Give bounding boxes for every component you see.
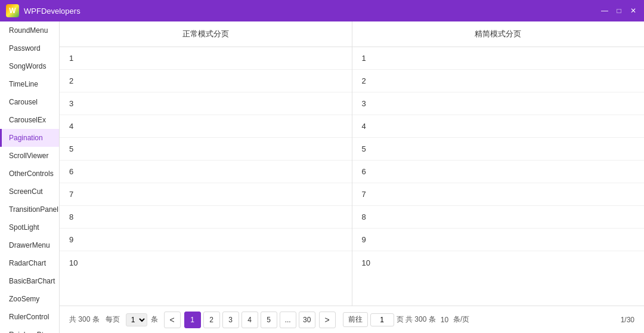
app-icon: W — [6, 4, 19, 17]
window-controls: — □ ✕ — [600, 6, 638, 16]
per-page-select[interactable]: 10 20 50 — [126, 313, 147, 326]
page-button-2[interactable]: 2 — [203, 312, 220, 328]
page-button-5[interactable]: 5 — [261, 312, 277, 328]
table-row: 6 — [60, 161, 352, 183]
sidebar-item-roundmenu[interactable]: RoundMenu — [0, 21, 59, 39]
table-row: 6 — [352, 161, 645, 183]
close-button[interactable]: ✕ — [628, 6, 638, 16]
page-button-1[interactable]: 1 — [184, 312, 201, 328]
sidebar-item-spotlight[interactable]: SpotLight — [0, 218, 59, 236]
table-row: 7 — [352, 183, 645, 206]
left-panel-body: 12345678910 — [60, 47, 352, 306]
table-row: 4 — [352, 115, 645, 138]
goto-section: 前往 页 共 300 条 10 条/页 — [343, 312, 472, 327]
app-title: WPFDevelopers — [24, 7, 600, 16]
per-page-unit2: 条/页 — [453, 314, 469, 325]
sidebar-item-screencut[interactable]: ScreenCut — [0, 183, 59, 201]
title-bar: W WPFDevelopers — □ ✕ — [0, 0, 644, 21]
right-panel-header: 精简模式分页 — [352, 21, 645, 47]
right-panel-body: 12345678910 — [352, 47, 645, 306]
sidebar-item-timeline[interactable]: TimeLine — [0, 75, 59, 93]
sidebar-item-othercontrols[interactable]: OtherControls — [0, 165, 59, 183]
table-row: 2 — [60, 70, 352, 92]
sidebar-item-pagination[interactable]: Pagination — [0, 129, 59, 147]
table-row: 8 — [352, 206, 645, 229]
content-area: 正常模式分页 12345678910 精简模式分页 12345678910 共 … — [60, 21, 644, 333]
goto-button[interactable]: 前往 — [343, 312, 368, 327]
table-row: 1 — [352, 47, 645, 70]
table-row: 10 — [60, 251, 352, 274]
table-row: 3 — [60, 92, 352, 115]
total-text: 共 300 条 — [69, 314, 100, 325]
table-row: 5 — [60, 138, 352, 161]
page-button-4[interactable]: 4 — [242, 312, 258, 328]
sidebar-item-drawermenu[interactable]: DrawerMenu — [0, 236, 59, 254]
minimize-button[interactable]: — — [600, 6, 609, 16]
per-page-unit: 条 — [151, 314, 158, 325]
table-row: 7 — [60, 183, 352, 206]
left-panel: 正常模式分页 12345678910 — [60, 21, 352, 306]
sidebar-item-password[interactable]: Password — [0, 39, 59, 57]
left-panel-header: 正常模式分页 — [60, 21, 352, 47]
table-row: 10 — [352, 251, 645, 274]
page-ellipsis[interactable]: ... — [280, 312, 296, 328]
per-page-label: 每页 — [106, 314, 120, 325]
total-page-text: 页 共 300 条 — [397, 314, 436, 325]
right-panel: 精简模式分页 12345678910 — [352, 21, 645, 306]
table-row: 4 — [60, 115, 352, 138]
table-row: 9 — [352, 229, 645, 251]
table-row: 8 — [60, 206, 352, 229]
pagination-bar: 共 300 条 每页 10 20 50 条 < 12345...30 > 前往 … — [60, 306, 644, 333]
table-row: 9 — [60, 229, 352, 251]
sidebar-item-carousel[interactable]: Carousel — [0, 93, 59, 111]
sidebar-item-rainbowbtn[interactable]: RainbowBtn — [0, 326, 59, 333]
sidebar-item-songwords[interactable]: SongWords — [0, 57, 59, 75]
sidebar-item-radarchart[interactable]: RadarChart — [0, 254, 59, 272]
sidebar-item-scrollviewer[interactable]: ScrollViewer — [0, 147, 59, 165]
table-row: 5 — [352, 138, 645, 161]
table-row: 1 — [60, 47, 352, 70]
goto-input[interactable] — [370, 313, 394, 326]
page-info: 1/30 — [621, 316, 634, 324]
app-window: W WPFDevelopers — □ ✕ RoundMenuPasswordS… — [0, 0, 644, 333]
main-content: RoundMenuPasswordSongWordsTimeLineCarous… — [0, 21, 644, 333]
page-button-30[interactable]: 30 — [299, 312, 315, 328]
sidebar: RoundMenuPasswordSongWordsTimeLineCarous… — [0, 21, 60, 333]
sidebar-item-basicbarchart[interactable]: BasicBarChart — [0, 272, 59, 290]
next-button[interactable]: > — [319, 312, 336, 328]
dual-table: 正常模式分页 12345678910 精简模式分页 12345678910 — [60, 21, 644, 306]
table-row: 2 — [352, 70, 645, 92]
page-buttons: 12345...30 — [184, 312, 315, 328]
sidebar-item-transitionpanel[interactable]: TransitionPanel — [0, 201, 59, 218]
maximize-button[interactable]: □ — [614, 6, 624, 16]
sidebar-item-carouselex[interactable]: CarouselEx — [0, 111, 59, 129]
page-button-3[interactable]: 3 — [222, 312, 239, 328]
sidebar-item-rulercontrol[interactable]: RulerControl — [0, 308, 59, 326]
table-row: 3 — [352, 92, 645, 115]
per-page-label2: 10 — [441, 316, 448, 324]
sidebar-item-zoosemy[interactable]: ZooSemy — [0, 290, 59, 308]
prev-button[interactable]: < — [164, 312, 181, 328]
